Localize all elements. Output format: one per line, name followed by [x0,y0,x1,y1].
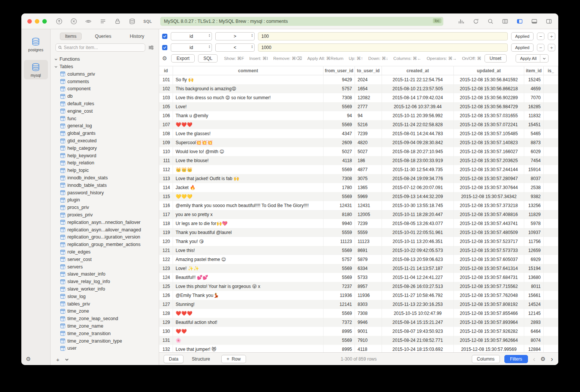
sidebar-table-item[interactable]: slave_worker_info [54,285,159,293]
cell-is_[interactable] [544,129,558,138]
cell-from_user_id[interactable]: 5569 [324,192,355,201]
cell-is_[interactable] [544,75,558,84]
cell-item_id[interactable]: 12145 [524,309,544,318]
cell-item_id[interactable]: 6929 [524,255,544,264]
cell-updated_at[interactable]: 2015-12-08 15:30:56.984729 [454,102,524,111]
add-item-button[interactable]: + [56,357,60,362]
disconnect-icon[interactable] [70,18,77,25]
add-row-button[interactable]: +Row [221,355,246,363]
cell-created_at[interactable]: 2015-10-24 18:15:03.692 [382,345,454,352]
cell-created_at[interactable]: 2015-08-10 21:23:57.505 [382,84,454,93]
cell-to_user_id[interactable]: 4118 [355,345,382,352]
cell-to_user_id[interactable]: 5879 [355,255,382,264]
cell-item_id[interactable]: 15451 [524,120,544,129]
cell-comment[interactable]: Jacket 🔥 [173,183,324,192]
cell-is_[interactable] [544,84,558,93]
cell-from_user_id[interactable]: 7308 [324,174,355,183]
cell-to_user_id[interactable]: 2777 [355,102,382,111]
cell-created_at[interactable]: 2015-09-04 09:28:30.842 [382,138,454,147]
cell-is_[interactable] [544,174,558,183]
cell-is_[interactable] [544,201,558,210]
cell-comment[interactable]: Love that jumper! 😻 [173,345,324,352]
cell-updated_at[interactable]: 2015-12-08 15:30:56.841592 [454,75,524,84]
cell-created_at[interactable]: 2015-10-01 22:05:51.961 [382,228,454,237]
cell-updated_at[interactable]: 2015-12-08 15:30:57.072241 [454,120,524,129]
filter-operator-select[interactable]: >▲▼ [215,32,255,40]
sidebar-table-item[interactable]: replication_group_member_actions [54,241,159,248]
sidebar-table-item[interactable]: password_history [54,189,159,197]
cell-from_user_id[interactable]: 5569 [324,336,355,345]
column-header-to_user_id[interactable]: to_user_id [355,66,382,75]
cell-item_id[interactable]: 11832 [524,111,544,120]
cell-created_at[interactable]: 2015-10-11 13:20:46.351 [382,237,454,246]
cell-item_id[interactable]: 6029 [524,147,544,156]
cell-updated_at[interactable]: 2015-12-08 15:30:57.926282 [454,327,524,336]
cell-comment[interactable]: 🌸 [173,336,324,345]
cell-to_user_id[interactable]: 1654 [355,84,382,93]
cell-from_user_id[interactable]: 11936 [324,291,355,300]
cell-to_user_id[interactable]: 5969 [355,192,382,201]
cell-from_user_id[interactable]: 9429 [324,75,355,84]
cell-item_id[interactable]: 13680 [524,273,544,282]
cell-to_user_id[interactable]: 11936 [355,291,382,300]
filter-column-select[interactable]: id▲▼ [171,32,212,40]
cell-is_[interactable] [544,264,558,273]
cell-updated_at[interactable]: 2015-12-08 15:30:57.031655 [454,111,524,120]
column-header-from_user_id[interactable]: from_user_id [324,66,355,75]
sidebar-table-item[interactable]: replication_asyn...nnection_failover [54,219,159,226]
sidebar-table-item[interactable]: user [54,344,159,352]
cell-item_id[interactable]: 16285 [524,102,544,111]
cell-is_[interactable] [544,102,558,111]
cell-is_[interactable] [544,120,558,129]
cell-comment[interactable]: Thank you beautiful @laurel [173,228,324,237]
sidebar-table-item[interactable]: component [54,85,159,93]
cell-is_[interactable] [544,165,558,174]
cell-id[interactable]: 112 [159,165,173,174]
cell-from_user_id[interactable]: 12141 [324,300,355,309]
sidebar-table-item[interactable]: servers [54,263,159,271]
cell-from_user_id[interactable]: 5569 [324,102,355,111]
cell-to_user_id[interactable]: 7308 [355,309,382,318]
cell-updated_at[interactable]: 2015-12-08 15:30:57.684731 [454,273,524,282]
cell-comment[interactable]: Love this photo! Your hair is gorgeous 😜… [173,282,324,291]
connection-postgres[interactable]: postgres [24,34,48,54]
cell-comment[interactable]: So fly 🙌 [173,75,324,84]
cell-created_at[interactable]: 2015-08-14 17:09:42.024 [382,93,454,102]
cell-is_[interactable] [544,282,558,291]
zoom-window-button[interactable] [42,19,47,24]
cell-from_user_id[interactable]: 5559 [324,228,355,237]
cell-comment[interactable]: Supercool💥💥💥 [173,138,324,147]
column-header-created_at[interactable]: created_at [382,66,454,75]
cell-from_user_id[interactable]: 12431 [324,201,355,210]
cell-updated_at[interactable]: 2015-12-08 15:30:56.866218 [454,84,524,93]
cell-is_[interactable] [544,183,558,192]
cell-from_user_id[interactable]: 8995 [324,345,355,352]
cell-id[interactable]: 115 [159,192,173,201]
cell-comment[interactable]: Ur legs are to die for🙌💖 [173,219,324,228]
cell-from_user_id[interactable]: 5757 [324,84,355,93]
cell-updated_at[interactable]: 2015-12-08 15:30:57.893964 [454,318,524,327]
cell-updated_at[interactable]: 2015-12-08 15:30:57.203625 [454,156,524,165]
apply-all-button[interactable]: Apply All [516,54,549,63]
cell-id[interactable]: 102 [159,84,173,93]
cell-updated_at[interactable]: 2015-12-08 15:30:57.34342 [454,192,524,201]
cell-updated_at[interactable]: 2015-12-08 15:30:57.715562 [454,282,524,291]
cell-updated_at[interactable]: 2015-12-08 15:30:56.902289 [454,93,524,102]
cell-item_id[interactable]: 6464 [524,327,544,336]
filter-enabled-checkbox[interactable] [162,34,167,39]
cell-is_[interactable] [544,156,558,165]
cell-comment[interactable]: ❤️❤️❤️ [173,120,324,129]
column-header-is_[interactable]: is_ [544,66,558,75]
filter-add-button[interactable]: + [548,44,555,51]
cell-to_user_id[interactable]: 12431 [355,201,382,210]
cell-updated_at[interactable]: 2015-12-08 15:30:57.808192 [454,300,524,309]
cell-updated_at[interactable]: 2015-12-08 15:30:57.280947 [454,174,524,183]
cell-to_user_id[interactable]: 5733 [355,273,382,282]
cell-created_at[interactable]: 2015-10-15 10:02:47.99 [382,309,454,318]
filter-enabled-checkbox[interactable] [162,45,167,50]
search-input[interactable] [64,45,143,50]
cell-updated_at[interactable]: 2015-12-08 15:30:57.99569 [454,345,524,352]
cell-comment[interactable]: Beautiful!! 💕💕 [173,273,324,282]
cell-comment[interactable]: Thank you! 😘 [173,237,324,246]
cell-is_[interactable] [544,318,558,327]
